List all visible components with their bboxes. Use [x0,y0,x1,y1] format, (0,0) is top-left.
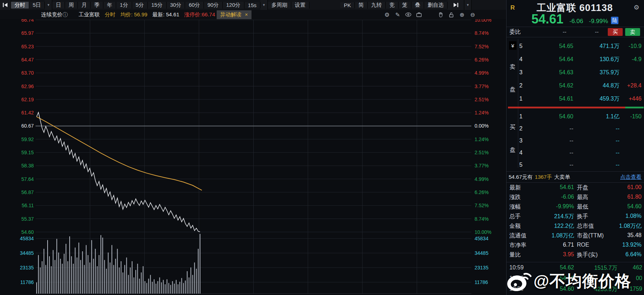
level-volume: -- [573,138,619,144]
stat-value: 1.08% [626,213,642,219]
order-book-row[interactable]: 5---- [519,159,643,171]
level-price: -- [527,150,573,156]
order-book-row[interactable]: 554.65471.1万-10.9 [519,40,643,53]
tab-period-60分[interactable]: 60分 [185,2,204,9]
currency-toggle-icon[interactable]: ¥ [509,41,516,50]
weibi-label: 委比 [509,28,521,36]
level-volume: -- [573,150,619,156]
tick-row[interactable]: 10:5954.621515.7万462 [507,262,644,273]
order-book-row[interactable]: 154.601.1亿-150 [519,110,643,123]
lock-icon[interactable] [448,12,454,18]
tab-period-30分[interactable]: 30分 [167,2,185,9]
stat-label: 涨幅 [509,203,521,211]
stat-value: 6.71 [535,242,574,248]
volume-axis-label: 23135 [475,265,488,270]
level-volume: 459.3万 [573,95,619,103]
tick-row[interactable]: 10:5954.604235.9万1759 [507,284,644,294]
buy-ratio-segment [625,107,644,108]
chevron-down-icon[interactable]: ▼ [464,0,472,10]
tool-button-九转[interactable]: 九转 [368,2,386,9]
alert-type-text: 大卖单 [554,174,570,181]
stat-value: -6.06 [535,194,574,200]
info-icon[interactable]: ⓘ [63,11,68,17]
view-details-link[interactable]: 点击查看 [620,174,642,181]
level-number: 2 [519,82,527,89]
tick-price: 54.60 [539,286,574,292]
percent-axis-label: 4.99% [475,176,489,182]
tab-period-90分[interactable]: 90分 [204,2,223,9]
sell-button[interactable]: 卖 [625,28,640,36]
order-book-row[interactable]: 2---- [519,122,643,135]
tab-period-15s[interactable]: 15s [244,2,260,8]
back-icon[interactable] [0,0,11,10]
price-axis-label: 63.70 [21,70,34,76]
tool-button-简[interactable]: 简 [355,2,368,9]
tab-period-5分[interactable]: 5分 [132,2,148,9]
tab-period-日[interactable]: 日 [52,2,65,9]
tab-period-月[interactable]: 月 [78,2,91,9]
tab-period-分时[interactable]: 分时 [11,2,29,9]
buy-button[interactable]: 买 [608,28,623,36]
zoom-in-icon[interactable]: ⊕ [459,12,465,18]
gear-icon[interactable]: ⚙ [634,4,639,11]
tool-button-笼[interactable]: 笼 [399,2,411,9]
skip-forward-icon [453,3,458,7]
tool-button-PK[interactable]: PK [340,2,355,8]
tab-多周期[interactable]: 多周期 [268,2,291,9]
zoom-out-icon[interactable]: ⊖ [470,12,476,18]
quote-header: R 工业富联 601138 ⚙ 54.61 -6.06 -9.99% 陆 [507,0,644,27]
tab-period-周[interactable]: 周 [65,2,78,9]
tab-period-120分[interactable]: 120分 [223,2,244,9]
tick-time: 10:59 [509,286,524,292]
tool-button-竞[interactable]: 竞 [386,2,399,9]
tab-period-5日[interactable]: 5日 [29,2,45,9]
sell-side-label: 卖 [510,63,515,71]
order-book-row[interactable]: 354.63375.9万 [519,66,643,79]
pen-icon[interactable]: ✎ [395,12,401,18]
order-book-row[interactable]: 4---- [519,146,643,159]
tab-alert-interpretation[interactable]: 异动解读 × [217,10,251,19]
eye-icon[interactable] [405,12,411,18]
price-change-pct: -9.99% [589,18,608,25]
tick-list[interactable]: 10:5954.621515.7万46210:5954.610010:5954.… [507,262,644,294]
tab-period-15分[interactable]: 15分 [148,2,167,9]
order-book-row[interactable]: 3---- [519,134,643,147]
toolbox-icon[interactable] [416,12,422,18]
price-axis-label: 62.96 [21,84,34,89]
close-icon[interactable]: × [245,12,248,17]
chevron-down-icon[interactable]: ▼ [45,0,52,10]
percent-axis-label: 7.52% [475,203,489,208]
chevron-down-icon[interactable]: ▼ [260,0,268,10]
order-book-row[interactable]: 454.64130.6万-4.9 [519,53,643,66]
stat-label: 换手(实) [577,251,598,259]
tab-period-1分[interactable]: 1分 [116,2,132,9]
stat-label: 最低 [577,203,588,211]
collapse-panel-icon[interactable] [448,0,464,10]
order-book-row[interactable]: 254.6244.8万+28.4 [519,79,643,92]
tick-volume: 1515.7万 [578,264,617,272]
stat-value: 1.08万亿 [535,232,574,240]
order-book-row[interactable]: 154.61459.3万+446 [519,92,643,105]
chart-header: 连续竞价ⓘ 工业富联 分时 均价: 56.99 最新: 54.61 涨停价:66… [0,10,506,19]
price-axis-label: 56.87 [21,189,34,195]
tab-period-季[interactable]: 季 [91,2,103,9]
tab-period-年[interactable]: 年 [103,2,116,9]
tool-button-叠[interactable]: 叠 [411,2,424,9]
level-volume: 375.9万 [573,69,619,76]
weibi-value-2: -- [595,29,599,35]
level-number: 2 [519,125,527,132]
gear-icon[interactable]: ⚙ [384,12,390,18]
hand-icon[interactable] [438,12,444,18]
percent-axis-label: 2.51% [475,97,489,102]
weibi-value-1: -- [563,29,567,35]
hk-connect-badge: 陆 [611,17,618,24]
price-axis-label: 61.42 [21,110,34,116]
stat-label: ROE [577,242,589,248]
tick-row[interactable]: 10:5954.6100 [507,273,644,284]
tool-button-删自选[interactable]: 删自选 [424,2,448,9]
price-axis-label: 64.47 [21,57,34,63]
auction-label: 连续竞价 [41,11,63,17]
tab-设置[interactable]: 设置 [291,2,309,9]
intraday-chart[interactable]: 66.7410.00%65.978.74%65.237.52%64.476.26… [0,19,506,295]
tool-buttons: PK简九转竞笼叠删自选 [340,0,448,10]
